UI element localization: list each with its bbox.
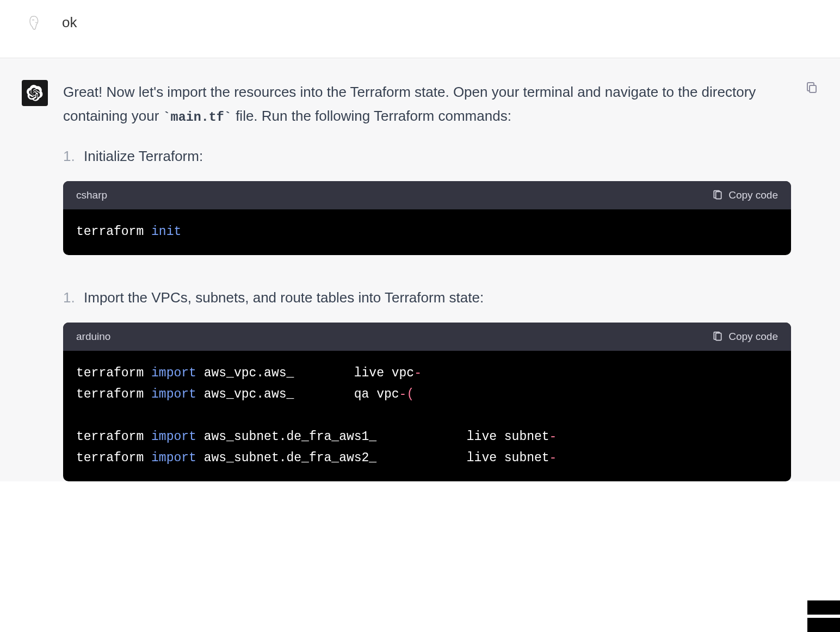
code-body-1[interactable]: terraform init (63, 209, 791, 255)
inline-code-main-tf: `main.tf` (163, 110, 232, 125)
assistant-message-row: Great! Now let's import the resources in… (0, 58, 840, 481)
step-1-text: Initialize Terraform: (84, 144, 203, 168)
step-2-number: 1. (63, 286, 77, 309)
code-block-1: csharp Copy code terraform init (63, 181, 791, 255)
code-lang-1: csharp (76, 187, 107, 204)
svg-rect-0 (810, 85, 816, 92)
code-block-2: arduino Copy code terraform import aws_v… (63, 323, 791, 481)
copy-code-button-1[interactable]: Copy code (712, 187, 778, 204)
clipboard-icon (712, 190, 723, 201)
code-header-1: csharp Copy code (63, 181, 791, 209)
code-lang-2: arduino (76, 328, 110, 345)
step-2-text: Import the VPCs, subnets, and route tabl… (84, 286, 484, 309)
svg-rect-1 (716, 192, 721, 199)
step-1: 1. Initialize Terraform: (63, 144, 791, 168)
code-header-2: arduino Copy code (63, 323, 791, 351)
step-1-number: 1. (63, 144, 77, 168)
code-body-2[interactable]: terraform import aws_vpc.aws_ live vpc- … (63, 351, 791, 481)
intro-text-after: file. Run the following Terraform comman… (232, 108, 511, 124)
copy-message-icon[interactable] (805, 80, 818, 93)
assistant-intro-paragraph: Great! Now let's import the resources in… (63, 80, 791, 129)
user-avatar (22, 11, 47, 36)
svg-rect-2 (716, 333, 721, 340)
copy-code-button-2[interactable]: Copy code (712, 328, 778, 345)
user-message-row: ok (0, 0, 840, 58)
user-message-text: ok (62, 11, 77, 33)
assistant-message-content: Great! Now let's import the resources in… (63, 80, 818, 481)
copy-code-label-1: Copy code (728, 187, 778, 204)
clipboard-icon (712, 331, 723, 342)
step-2: 1. Import the VPCs, subnets, and route t… (63, 286, 791, 309)
copy-code-label-2: Copy code (728, 328, 778, 345)
assistant-avatar (22, 80, 48, 106)
